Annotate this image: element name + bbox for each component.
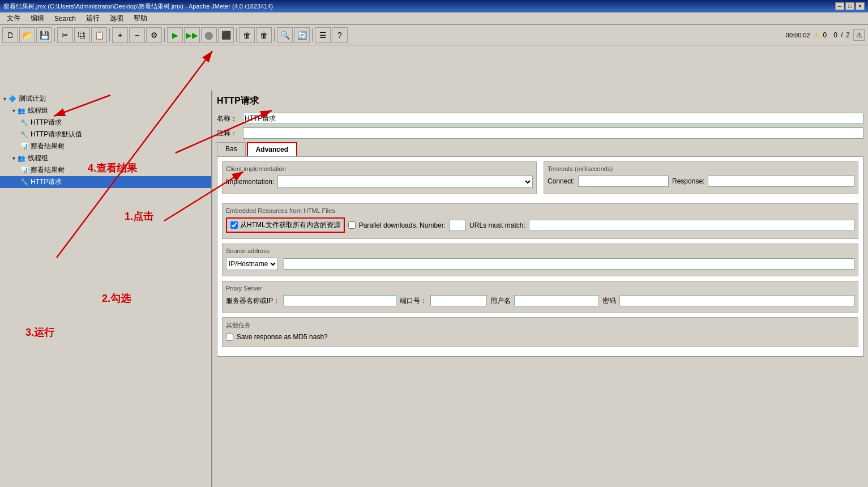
cut-button[interactable]: ✂	[57, 27, 73, 43]
parallel-input[interactable]	[449, 220, 466, 231]
embedded-title: Embedded Resources from HTML Files	[226, 207, 854, 214]
timeouts-title: Timeouts (milliseconds)	[548, 165, 854, 172]
help-button[interactable]: ?	[332, 27, 348, 43]
comment-input[interactable]	[243, 127, 863, 139]
source-address-section: Source address IP/Hostname	[222, 244, 858, 276]
sep5	[274, 28, 275, 42]
tree-item-view-results-1[interactable]: 📊 察看结果树	[0, 140, 211, 152]
client-timeouts-row: Client implementation Implementation: Ti…	[222, 161, 858, 199]
connect-row: Connect: Response:	[548, 176, 854, 187]
proxy-row: 服务器名称或IP： 端口号： 用户名 密码	[226, 295, 854, 306]
minimize-button[interactable]: ─	[835, 2, 844, 10]
other-title: 其他任务	[226, 321, 854, 330]
client-implementation-section: Client implementation Implementation:	[222, 161, 537, 194]
name-input[interactable]	[243, 113, 863, 124]
sep2	[109, 28, 110, 42]
proxy-title: Proxy Server	[226, 285, 854, 292]
tree-item-http1[interactable]: 🔧 HTTP请求	[0, 117, 211, 129]
name-label: 名称：	[217, 114, 240, 123]
menu-options[interactable]: 选项	[105, 12, 128, 24]
tree-icon-test-plan: 🔷	[8, 95, 16, 102]
comment-row: 注释：	[217, 127, 863, 139]
menu-edit[interactable]: 编辑	[26, 12, 49, 24]
proxy-pass-input[interactable]	[619, 295, 854, 306]
table-button[interactable]: ☰	[315, 27, 331, 43]
tree-label-view2: 察看结果树	[31, 165, 65, 175]
tree-item-test-plan[interactable]: ▼ 🔷 测试计划	[0, 93, 211, 105]
tree-panel: 4.查看结果 1.点击 2.勾选 3.运行 ▼ 🔷 测试计划 ▼ 👥 线程组 🔧…	[0, 91, 212, 487]
implementation-select[interactable]	[277, 176, 533, 188]
main-layout: 4.查看结果 1.点击 2.勾选 3.运行 ▼ 🔷 测试计划 ▼ 👥 线程组 🔧…	[0, 91, 868, 487]
reset-button[interactable]: 🔄	[294, 27, 310, 43]
tabs-bar: Bas Advanced	[217, 142, 863, 157]
client-impl-title: Client implementation	[226, 165, 533, 172]
proxy-user-input[interactable]	[514, 295, 599, 306]
tree-item-http2[interactable]: 🔧 HTTP请求	[0, 176, 211, 188]
panel-title: HTTP请求	[217, 95, 863, 107]
source-address-input[interactable]	[284, 258, 854, 270]
connect-label: Connect:	[548, 177, 575, 185]
sep4	[236, 28, 237, 42]
shutdown-button[interactable]: ⬛	[218, 27, 234, 43]
clear-all-button[interactable]: 🗑	[256, 27, 272, 43]
warning-detail-button[interactable]: ⚠	[853, 29, 865, 41]
tree-item-thread-group-1[interactable]: ▼ 👥 线程组	[0, 105, 211, 117]
save-button[interactable]: 💾	[36, 27, 52, 43]
name-row: 名称：	[217, 113, 863, 124]
comment-label: 注释：	[217, 129, 240, 138]
source-title: Source address	[226, 247, 854, 254]
toolbar: 🗋 📂 💾 ✂ ⿻ 📋 + − ⚙ ▶ ▶▶ ⬤ ⬛ 🗑 🗑 🔍 🔄 ☰ ? 0…	[0, 25, 868, 45]
clear-button[interactable]: 🗑	[239, 27, 255, 43]
new-button[interactable]: 🗋	[2, 27, 18, 43]
collapse-button[interactable]: −	[129, 27, 145, 43]
menu-help[interactable]: 帮助	[129, 12, 152, 24]
paste-button[interactable]: 📋	[91, 27, 107, 43]
expand-icon-tg1: ▼	[11, 108, 16, 114]
stop-button[interactable]: ⬤	[201, 27, 217, 43]
toggle-button[interactable]: ⚙	[146, 27, 162, 43]
embedded-row: 从HTML文件获取所有内含的资源 Parallel downloads. Num…	[226, 217, 854, 233]
proxy-port-input[interactable]	[430, 295, 487, 306]
source-type-select[interactable]: IP/Hostname	[226, 258, 278, 270]
copy-button[interactable]: ⿻	[74, 27, 90, 43]
embedded-checkbox[interactable]	[230, 221, 238, 229]
embedded-resources-section: Embedded Resources from HTML Files 从HTML…	[222, 203, 858, 239]
tree-icon-view2: 📊	[20, 166, 28, 174]
tab-advanced[interactable]: Advanced	[247, 142, 297, 156]
maximize-button[interactable]: □	[845, 2, 854, 10]
response-input[interactable]	[708, 176, 854, 187]
other-tasks-section: 其他任务 Save response as MD5 hash?	[222, 317, 858, 347]
tree-icon-httpdefault: 🔧	[20, 131, 28, 138]
start-no-pause-button[interactable]: ▶▶	[184, 27, 200, 43]
tree-label-http1: HTTP请求	[31, 118, 62, 127]
urls-match-input[interactable]	[529, 220, 854, 231]
tree-item-thread-group-2[interactable]: ▼ 👥 线程组	[0, 152, 211, 164]
proxy-port-label: 端口号：	[400, 296, 427, 306]
md5-checkbox[interactable]	[226, 334, 233, 341]
annotation-3: 3.运行	[25, 326, 54, 339]
tab-basic[interactable]: Bas	[217, 142, 246, 156]
source-row: IP/Hostname	[226, 258, 854, 270]
parallel-checkbox[interactable]	[348, 221, 356, 229]
embedded-label: 从HTML文件获取所有内含的资源	[240, 220, 340, 230]
menu-file[interactable]: 文件	[2, 12, 25, 24]
menu-search[interactable]: Search	[50, 14, 80, 24]
connect-input[interactable]	[578, 176, 669, 187]
tree-icon-http1: 🔧	[20, 119, 28, 126]
tree-label-http2: HTTP请求	[31, 177, 62, 187]
proxy-server-section: Proxy Server 服务器名称或IP： 端口号： 用户名 密码	[222, 281, 858, 313]
proxy-user-label: 用户名	[490, 296, 511, 306]
source-type-select-wrapper: IP/Hostname	[226, 258, 278, 270]
elapsed-time: 00:00:02	[786, 32, 810, 39]
start-button[interactable]: ▶	[167, 27, 183, 43]
open-button[interactable]: 📂	[19, 27, 35, 43]
expand-button[interactable]: +	[112, 27, 128, 43]
proxy-pass-label: 密码	[602, 296, 616, 306]
tree-item-view-results-2[interactable]: 📊 察看结果树	[0, 164, 211, 176]
tree-item-http-default[interactable]: 🔧 HTTP请求默认值	[0, 129, 211, 140]
proxy-server-input[interactable]	[283, 295, 396, 306]
menu-run[interactable]: 运行	[82, 12, 104, 24]
search-button[interactable]: 🔍	[277, 27, 293, 43]
close-button[interactable]: ✕	[856, 2, 865, 10]
timeouts-section: Timeouts (milliseconds) Connect: Respons…	[544, 161, 858, 194]
